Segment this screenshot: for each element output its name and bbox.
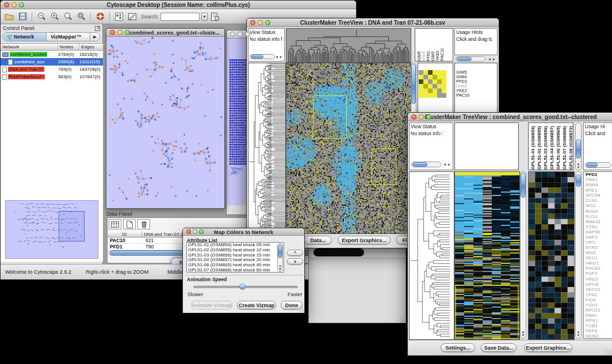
gene-label[interactable]: RPO21 bbox=[584, 308, 612, 313]
gene-label[interactable]: MSI1 bbox=[584, 250, 612, 255]
gene-label[interactable]: YRA1 bbox=[584, 177, 612, 182]
gene-label[interactable]: PFD1 bbox=[584, 172, 612, 177]
network-tree-row[interactable]: combined_sco2569(6)13112(15) bbox=[1, 58, 103, 66]
tv2-export-graphics-button[interactable]: Export Graphics... bbox=[524, 343, 572, 352]
tab-vizmapper[interactable]: VizMapper™ bbox=[47, 33, 90, 41]
minimize-button[interactable] bbox=[12, 2, 17, 7]
gene-label[interactable]: GTB1 bbox=[584, 224, 612, 229]
animate-vizmap-button[interactable]: Animate Vizmap bbox=[191, 301, 232, 309]
tv2-detail-heatmap[interactable] bbox=[528, 171, 575, 340]
resize-grip[interactable] bbox=[399, 316, 405, 322]
tv2-heatmap[interactable] bbox=[454, 171, 520, 340]
close-button[interactable] bbox=[4, 2, 9, 7]
save-button[interactable] bbox=[17, 11, 28, 22]
gene-label[interactable]: SEC24 bbox=[584, 287, 612, 292]
network-tree-row[interactable]: RNAPuberNov2+563(0)107847(0) bbox=[1, 73, 103, 81]
gene-label[interactable]: NTR2 bbox=[584, 245, 612, 250]
network-tree-row[interactable]: combined_scores2764(0)16218(0) bbox=[1, 51, 103, 58]
tab-overflow-arrow[interactable]: ► bbox=[90, 33, 100, 41]
tv2-genes-vscrollbar[interactable]: ▲▼ bbox=[575, 171, 582, 339]
new-attribute-icon[interactable] bbox=[123, 219, 136, 229]
gene-label[interactable]: MON2 bbox=[584, 334, 612, 339]
gene-label[interactable]: VIP1 bbox=[584, 240, 612, 245]
import-table-icon[interactable] bbox=[209, 11, 221, 22]
zoom-in-icon[interactable] bbox=[49, 11, 60, 22]
annotation-icon[interactable] bbox=[127, 11, 138, 22]
zoom-selected-icon[interactable] bbox=[62, 11, 74, 22]
minimize-button[interactable] bbox=[419, 114, 424, 120]
network-window-1-titlebar[interactable]: combined_scores_good.txt--cluste... bbox=[106, 29, 224, 37]
tv2-save-data-button[interactable]: Save Data... bbox=[481, 343, 517, 352]
gene-label[interactable]: ELG1 bbox=[584, 214, 612, 219]
close-button[interactable] bbox=[186, 229, 191, 234]
close-button[interactable] bbox=[411, 114, 416, 120]
zoom-out-icon[interactable] bbox=[36, 11, 47, 22]
search-input[interactable] bbox=[160, 13, 200, 21]
attribute-select-icon[interactable] bbox=[109, 219, 121, 229]
gene-label[interactable]: YSH1 bbox=[584, 302, 612, 308]
zoom-button[interactable] bbox=[199, 229, 204, 234]
tv1-row-dendrogram[interactable] bbox=[248, 63, 286, 234]
search-dropdown-arrow[interactable]: ▼ bbox=[201, 13, 208, 21]
tv2-row-dendrogram[interactable] bbox=[409, 171, 454, 340]
gene-label[interactable]: HMG1 bbox=[584, 260, 612, 266]
scroll-arrows[interactable]: ◄ ► bbox=[487, 58, 496, 61]
tv1-column-dendrogram[interactable] bbox=[286, 28, 411, 63]
animation-speed-slider-thumb[interactable] bbox=[239, 283, 246, 290]
minimize-button[interactable] bbox=[258, 20, 263, 25]
zoom-button[interactable] bbox=[19, 2, 24, 7]
scroll-arrows[interactable]: ◄ ► bbox=[275, 55, 283, 59]
float-panel-icon[interactable] bbox=[95, 23, 100, 33]
gene-label[interactable]: MSL1 bbox=[584, 187, 612, 193]
gene-label[interactable]: FIG4 bbox=[584, 297, 612, 302]
attribute-listbox[interactable]: GPL51-01 (GSM854) heat shock 05 minGPL51… bbox=[186, 242, 284, 273]
attribute-list-item[interactable]: GPL51-07 (GSM868) heat shock 60 min bbox=[187, 268, 284, 273]
gene-label[interactable]: PEP5 bbox=[584, 328, 612, 334]
zoom-button[interactable] bbox=[265, 20, 270, 25]
tv1-hints-hscrollbar[interactable] bbox=[456, 56, 485, 62]
tv1-status-hscrollbar[interactable] bbox=[250, 54, 275, 59]
gene-label[interactable]: TCB3 bbox=[584, 323, 612, 328]
gene-label[interactable]: GPI16 bbox=[584, 282, 612, 287]
treeview2-titlebar[interactable]: ClusterMaker TreeView : combined_scores_… bbox=[408, 113, 612, 121]
delete-attribute-trash-icon[interactable] bbox=[137, 219, 150, 229]
scroll-arrows[interactable]: ◄ ► bbox=[442, 163, 452, 166]
gene-label[interactable]: PAC10 bbox=[456, 93, 497, 98]
gene-label[interactable]: KAP95 bbox=[584, 229, 612, 235]
resize-grip[interactable] bbox=[606, 349, 611, 355]
tv2-settings-button[interactable]: Settings... bbox=[441, 343, 475, 352]
minimize-button[interactable] bbox=[193, 229, 197, 234]
zoom-fit-icon[interactable] bbox=[75, 11, 87, 22]
gene-label[interactable]: HAP3 bbox=[584, 235, 612, 240]
gene-label[interactable]: PUF3 bbox=[584, 271, 612, 276]
tv2-labels-vscrollbar[interactable]: ▲▼ bbox=[575, 122, 582, 170]
gene-label[interactable]: SPC98 bbox=[584, 193, 612, 198]
vizmap-nodes-icon[interactable] bbox=[113, 11, 125, 22]
tv1-heatmap[interactable] bbox=[286, 63, 411, 234]
tv2-heat-vscrollbar[interactable]: ▲▼ bbox=[520, 171, 526, 339]
tv2-status-hscrollbar[interactable] bbox=[411, 162, 441, 167]
help-lifesaver-icon[interactable] bbox=[94, 11, 106, 22]
tv1-export-graphics-button[interactable]: Export Graphics... bbox=[338, 236, 391, 244]
main-titlebar[interactable]: Cytoscape Desktop (Session Name: collins… bbox=[1, 1, 356, 9]
gene-label[interactable]: MAK31 bbox=[584, 219, 612, 224]
gene-label[interactable]: SEC1 bbox=[584, 255, 612, 260]
network-tree-row[interactable]: DNA and Tran 07769(0)183728(0) bbox=[1, 66, 103, 73]
zoom-button[interactable] bbox=[245, 32, 250, 37]
treeview1-titlebar[interactable]: ClusterMaker TreeView : DNA and Tran 07-… bbox=[247, 18, 499, 27]
gene-label[interactable]: RNR4 bbox=[584, 182, 612, 187]
move-up-button[interactable]: ^ bbox=[287, 250, 303, 256]
window-controls[interactable] bbox=[4, 2, 24, 7]
minimize-button[interactable] bbox=[238, 32, 243, 37]
minimize-button[interactable] bbox=[117, 30, 123, 35]
close-button[interactable] bbox=[230, 32, 235, 37]
tab-network[interactable]: Network bbox=[3, 33, 47, 41]
gene-label[interactable]: CLN1 bbox=[584, 198, 612, 203]
gene-label[interactable]: NIS1 bbox=[584, 203, 612, 208]
tv1-save-data-button[interactable]: Data... bbox=[304, 236, 332, 244]
zoom-button[interactable] bbox=[426, 114, 431, 120]
create-vizmap-button[interactable]: Create Vizmap bbox=[237, 301, 276, 309]
close-button[interactable] bbox=[250, 20, 255, 25]
gene-label[interactable]: RPN1 bbox=[584, 318, 612, 323]
resize-grip[interactable] bbox=[298, 306, 304, 312]
